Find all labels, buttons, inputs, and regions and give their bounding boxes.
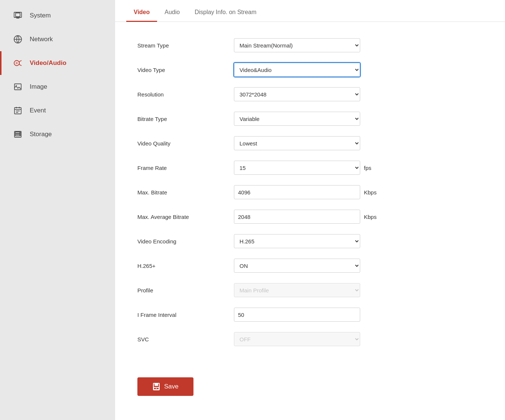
sidebar-label-system: System [30, 12, 51, 19]
video-audio-icon [13, 58, 23, 68]
profile-row: Profile Main Profile [137, 278, 483, 302]
event-icon [13, 105, 23, 116]
frame-rate-select[interactable]: 15 1 5 10 20 25 30 [234, 161, 360, 175]
save-section: Save [115, 366, 505, 407]
profile-control: Main Profile [234, 283, 483, 297]
sidebar-item-event[interactable]: Event [0, 99, 115, 122]
video-encoding-row: Video Encoding H.265 H.264 MJPEG [137, 229, 483, 253]
sidebar-item-network[interactable]: Network [0, 27, 115, 51]
video-quality-control: Lowest Lower Medium Higher Highest [234, 136, 483, 150]
svg-point-22 [19, 132, 20, 133]
svc-row: SVC OFF ON [137, 327, 483, 351]
max-avg-bitrate-input[interactable] [234, 210, 360, 224]
max-bitrate-control: Kbps [234, 185, 483, 199]
bitrate-type-control: Variable Constant [234, 112, 483, 126]
sidebar-label-image: Image [30, 83, 47, 91]
main-content: Video Audio Display Info. on Stream Stre… [115, 0, 505, 420]
sidebar-item-video-audio[interactable]: Video/Audio [0, 51, 115, 75]
svg-line-8 [19, 60, 22, 62]
frame-rate-row: Frame Rate 15 1 5 10 20 25 30 fps [137, 155, 483, 180]
max-avg-bitrate-unit: Kbps [364, 214, 377, 220]
sidebar-item-storage[interactable]: Storage [0, 122, 115, 146]
svg-rect-25 [155, 383, 158, 385]
video-quality-select[interactable]: Lowest Lower Medium Higher Highest [234, 136, 360, 150]
sidebar-label-storage: Storage [30, 131, 52, 138]
video-form: Stream Type Main Stream(Normal) Sub Stre… [115, 22, 505, 362]
video-type-row: Video Type Video&Audio Video [137, 58, 483, 82]
save-icon [152, 383, 160, 391]
stream-type-control: Main Stream(Normal) Sub Stream [234, 38, 483, 52]
save-button[interactable]: Save [137, 377, 193, 396]
i-frame-control [234, 308, 483, 322]
svg-line-9 [19, 65, 22, 66]
i-frame-row: I Frame Interval [137, 302, 483, 327]
tab-audio[interactable]: Audio [157, 4, 187, 22]
video-encoding-control: H.265 H.264 MJPEG [234, 234, 483, 248]
svg-point-23 [19, 135, 20, 135]
video-quality-label: Video Quality [137, 140, 227, 147]
system-icon [13, 10, 23, 21]
resolution-row: Resolution 3072*2048 1920*1080 1280*720 [137, 82, 483, 106]
save-button-label: Save [164, 383, 179, 390]
video-type-select[interactable]: Video&Audio Video [234, 63, 360, 77]
stream-type-select[interactable]: Main Stream(Normal) Sub Stream [234, 38, 360, 52]
tab-display-info[interactable]: Display Info. on Stream [187, 4, 264, 22]
tab-video[interactable]: Video [126, 4, 157, 22]
svc-control: OFF ON [234, 332, 483, 346]
i-frame-label: I Frame Interval [137, 312, 227, 318]
tabs-bar: Video Audio Display Info. on Stream [115, 0, 505, 22]
i-frame-input[interactable] [234, 308, 360, 322]
max-bitrate-label: Max. Bitrate [137, 189, 227, 196]
stream-type-row: Stream Type Main Stream(Normal) Sub Stre… [137, 33, 483, 58]
bitrate-type-label: Bitrate Type [137, 116, 227, 122]
storage-icon [13, 129, 23, 140]
sidebar-label-event: Event [30, 107, 46, 114]
frame-rate-control: 15 1 5 10 20 25 30 fps [234, 161, 483, 175]
svg-point-7 [16, 62, 18, 64]
h265plus-control: ON OFF [234, 259, 483, 273]
svg-rect-1 [16, 13, 20, 17]
max-avg-bitrate-control: Kbps [234, 210, 483, 224]
profile-label: Profile [137, 287, 227, 293]
resolution-label: Resolution [137, 91, 227, 98]
svg-point-12 [16, 85, 17, 86]
h265plus-label: H.265+ [137, 263, 227, 269]
sidebar-item-system[interactable]: System [0, 4, 115, 27]
sidebar-item-image[interactable]: Image [0, 75, 115, 99]
bitrate-type-row: Bitrate Type Variable Constant [137, 106, 483, 131]
resolution-select[interactable]: 3072*2048 1920*1080 1280*720 [234, 87, 360, 101]
network-icon [13, 34, 23, 45]
video-quality-row: Video Quality Lowest Lower Medium Higher… [137, 131, 483, 155]
max-bitrate-unit: Kbps [364, 189, 377, 196]
bitrate-type-select[interactable]: Variable Constant [234, 112, 360, 126]
h265plus-row: H.265+ ON OFF [137, 253, 483, 278]
svc-label: SVC [137, 336, 227, 342]
sidebar-label-video-audio: Video/Audio [30, 59, 66, 67]
image-icon [13, 82, 23, 92]
h265plus-select[interactable]: ON OFF [234, 259, 360, 273]
profile-select[interactable]: Main Profile [234, 283, 360, 297]
video-type-control: Video&Audio Video [234, 63, 483, 77]
svc-select[interactable]: OFF ON [234, 332, 360, 346]
frame-rate-unit: fps [364, 165, 371, 171]
max-avg-bitrate-row: Max. Average Bitrate Kbps [137, 204, 483, 229]
max-bitrate-row: Max. Bitrate Kbps [137, 180, 483, 204]
frame-rate-label: Frame Rate [137, 165, 227, 171]
max-avg-bitrate-label: Max. Average Bitrate [137, 214, 227, 220]
sidebar-label-network: Network [30, 36, 53, 43]
stream-type-label: Stream Type [137, 42, 227, 49]
video-encoding-select[interactable]: H.265 H.264 MJPEG [234, 234, 360, 248]
sidebar: System Network Video/Audio [0, 0, 115, 420]
video-encoding-label: Video Encoding [137, 238, 227, 245]
max-bitrate-input[interactable] [234, 185, 360, 199]
video-type-label: Video Type [137, 67, 227, 73]
resolution-control: 3072*2048 1920*1080 1280*720 [234, 87, 483, 101]
